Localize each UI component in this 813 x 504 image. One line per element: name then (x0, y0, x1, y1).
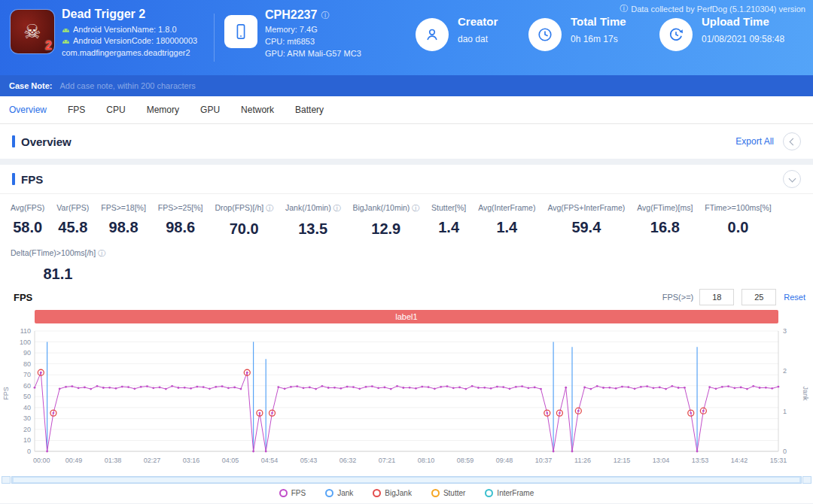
creator-label: Creator (458, 15, 498, 28)
metric-label: Avg(InterFrame) (478, 203, 535, 212)
svg-text:2: 2 (783, 367, 787, 375)
device-info: CPH2237 ⓘ Memory: 7.4G CPU: mt6853 GPU: … (265, 8, 361, 58)
svg-text:00:00: 00:00 (33, 457, 50, 464)
info-icon: ⓘ (620, 3, 628, 14)
chevron-down-icon (788, 175, 796, 182)
tab-cpu[interactable]: CPU (106, 96, 125, 123)
skull-icon: ☠ (23, 22, 41, 41)
legend-item-bigjank[interactable]: BigJank (373, 487, 412, 499)
metric-label: Delta(FTime)>100ms[/h] ⓘ (11, 248, 105, 259)
export-all-link[interactable]: Export All (735, 136, 774, 147)
tab-memory[interactable]: Memory (147, 96, 179, 123)
metric-value: 1.4 (431, 219, 466, 236)
y-axis-right-title: Jank (801, 386, 808, 400)
metric-value: 0.0 (705, 219, 771, 236)
device-model: CPH2237 (265, 8, 317, 22)
scroll-handle[interactable] (14, 478, 799, 482)
legend-marker (279, 489, 288, 497)
tab-battery[interactable]: Battery (295, 96, 324, 123)
android-version-code: Android VersionCode: 180000003 (73, 36, 197, 45)
fps-threshold-input-1[interactable] (699, 289, 734, 305)
scroll-left-cap[interactable] (2, 476, 11, 484)
legend-item-fps[interactable]: FPS (279, 487, 306, 499)
metric: Delta(FTime)>100ms[/h] ⓘ81.1 (11, 248, 105, 283)
svg-text:04:05: 04:05 (222, 457, 239, 464)
fps-chart[interactable]: 0102030405060708090100110012300:0000:490… (0, 325, 813, 475)
tab-network[interactable]: Network (241, 96, 274, 123)
reset-link[interactable]: Reset (784, 293, 805, 302)
fps-title: FPS (21, 173, 43, 186)
svg-text:20: 20 (23, 426, 31, 433)
scroll-track[interactable] (11, 476, 802, 484)
legend-item-jank[interactable]: Jank (325, 487, 353, 499)
android-icon (62, 26, 70, 32)
metric: BigJank(/10min) ⓘ12.9 (352, 203, 419, 238)
scroll-right-cap[interactable] (802, 476, 811, 484)
info-icon[interactable]: ⓘ (263, 204, 273, 212)
metric: FPS>=25[%]98.6 (158, 203, 203, 238)
total-time-label: Total Time (571, 15, 626, 28)
total-time-stat: Total Time 0h 16m 17s (571, 15, 626, 44)
svg-text:14:42: 14:42 (731, 457, 748, 464)
collapse-fps-button[interactable] (783, 170, 801, 188)
svg-text:30: 30 (23, 414, 31, 422)
svg-text:15:31: 15:31 (770, 457, 787, 464)
metric-label: FPS>=25[%] (158, 203, 203, 212)
chart-panel-label: FPS (14, 292, 32, 303)
legend-item-stutter[interactable]: Stutter (431, 487, 465, 499)
upload-time-label: Upload Time (702, 15, 784, 28)
metric-value: 16.8 (637, 219, 693, 236)
metric-value: 98.6 (158, 219, 203, 236)
metric-value: 13.5 (285, 220, 340, 238)
metrics-row-2: Delta(FTime)>100ms[/h] ⓘ81.1 (0, 238, 813, 283)
svg-text:70: 70 (23, 371, 31, 378)
fps-chart-svg[interactable]: 0102030405060708090100110012300:0000:490… (0, 325, 813, 472)
creator-icon (416, 18, 449, 51)
svg-text:08:59: 08:59 (457, 457, 474, 464)
chart-label-banner: label1 (35, 310, 778, 323)
metrics-row-1: Avg(FPS)58.0Var(FPS)45.8FPS>=18[%]98.8FP… (0, 194, 813, 238)
legend-item-interframe[interactable]: InterFrame (485, 487, 534, 499)
svg-text:90: 90 (23, 349, 31, 357)
svg-text:02:27: 02:27 (144, 457, 161, 464)
svg-text:0: 0 (27, 448, 31, 455)
info-icon[interactable]: ⓘ (331, 204, 341, 212)
svg-text:06:32: 06:32 (340, 457, 357, 464)
tab-bar: OverviewFPSCPUMemoryGPUNetworkBattery (0, 96, 813, 124)
chart-legend: FPSJankBigJankStutterInterFrame (0, 487, 813, 499)
metric-label: Stutter[%] (431, 203, 466, 212)
tab-overview[interactable]: Overview (9, 96, 47, 123)
metric: FPS>=18[%]98.8 (101, 203, 146, 238)
metric: Avg(FPS)58.0 (11, 203, 44, 238)
svg-text:00:49: 00:49 (65, 457, 83, 464)
svg-text:12:15: 12:15 (614, 457, 631, 464)
metric-value: 98.8 (101, 219, 146, 236)
metric-value: 59.4 (547, 219, 625, 236)
header-divider (214, 14, 215, 62)
creator-stat: Creator dao dat (458, 15, 498, 44)
case-note-input[interactable] (58, 80, 302, 91)
tab-gpu[interactable]: GPU (200, 96, 220, 123)
fps-threshold-input-2[interactable] (741, 289, 776, 305)
metric: Stutter[%]1.4 (431, 203, 466, 238)
info-icon[interactable]: ⓘ (96, 249, 105, 257)
metric-label: Drop(FPS)[/h] ⓘ (215, 203, 273, 214)
upload-time-value: 01/08/2021 09:58:48 (702, 34, 784, 44)
info-icon[interactable]: ⓘ (410, 204, 419, 212)
collapse-panel-button[interactable] (783, 132, 801, 150)
section-accent-bar (12, 135, 15, 147)
upload-time-stat: Upload Time 01/08/2021 09:58:48 (702, 15, 784, 44)
metric-label: Avg(FPS+InterFrame) (547, 203, 625, 212)
metric: Drop(FPS)[/h] ⓘ70.0 (215, 203, 273, 238)
legend-label: Stutter (443, 489, 465, 497)
metric-value: 58.0 (11, 219, 44, 236)
package-name: com.madfingergames.deadtrigger2 (62, 48, 197, 57)
legend-marker (485, 489, 493, 497)
android-version-name: Android VersionName: 1.8.0 (73, 25, 177, 34)
svg-text:100: 100 (20, 339, 31, 346)
device-info-icon[interactable]: ⓘ (321, 10, 329, 21)
tab-fps[interactable]: FPS (68, 96, 85, 123)
section-accent-bar (12, 173, 15, 185)
svg-text:08:10: 08:10 (418, 457, 435, 464)
legend-marker (325, 489, 333, 497)
